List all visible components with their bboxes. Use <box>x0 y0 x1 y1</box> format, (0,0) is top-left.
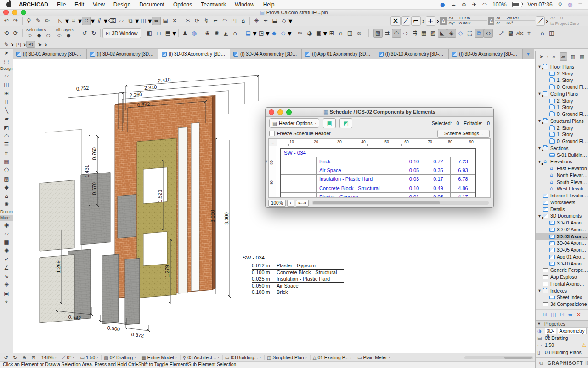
menu-file[interactable]: File <box>57 1 66 8</box>
favorites-button[interactable]: ◫ <box>139 17 148 25</box>
roof-house-button[interactable]: ⌂ <box>538 29 547 38</box>
clip-button[interactable]: ◫ <box>345 29 355 38</box>
tab-3d-01[interactable]: (I) 3D-01 Axonometry [3D-01 Axono... <box>13 49 87 59</box>
fill-diamond-button[interactable]: ◈ <box>447 29 456 38</box>
notification-center-icon[interactable]: ≡ <box>578 1 582 8</box>
render-shadow-button[interactable]: ◭ <box>221 29 231 38</box>
toolbox-more-label[interactable]: More <box>0 215 13 221</box>
tab-3d-10[interactable]: (I) 3D-10 Axonometry [3D-10 Axono... <box>375 49 449 59</box>
measure-button[interactable]: ⇔ <box>152 17 161 25</box>
graphisoft-id[interactable]: ID <box>585 360 588 366</box>
fill-outline-button[interactable]: ◇ <box>456 29 465 38</box>
selection-ellipse-icon[interactable]: ⬭ <box>25 32 34 39</box>
lamp-tool[interactable]: ✺ <box>1 200 12 209</box>
tree-item[interactable]: App 01 Axonometry <box>536 253 588 260</box>
cutting-planes-button[interactable]: ◧ <box>145 29 154 38</box>
save-view-button[interactable]: ◫ <box>551 311 556 318</box>
menu-options[interactable]: Options <box>173 1 192 8</box>
grid-tool[interactable]: ▦ <box>1 238 12 247</box>
menu-edit[interactable]: Edit <box>74 1 84 8</box>
toolbox-design-label[interactable]: Design <box>0 66 13 72</box>
redo-view-button[interactable]: ↻ <box>89 29 98 38</box>
dz-value[interactable]: 0 <box>560 16 563 21</box>
table-row[interactable]: Air Space0.050.356.93 <box>281 166 475 175</box>
axonometry-button[interactable]: ⬒ <box>164 29 173 38</box>
fill-hatch2-button[interactable]: ▨ <box>429 29 438 38</box>
scroll-thumb[interactable] <box>504 356 532 359</box>
figure-tool[interactable]: ▣ <box>1 289 12 298</box>
orbit-mode-button[interactable]: ◍ <box>190 29 199 38</box>
zone-tool[interactable]: ⬠ <box>1 166 12 175</box>
tree-item[interactable]: 2. Story <box>536 70 588 77</box>
tree-item[interactable]: 3D-04 Axonometry <box>536 240 588 247</box>
scroll-thumb[interactable] <box>313 201 440 204</box>
navigator-pin-icon[interactable]: ➤ <box>537 52 545 61</box>
redo-button[interactable]: ↷ <box>11 17 20 25</box>
material-button[interactable]: ◆ <box>270 29 279 38</box>
scale-control[interactable]: ▭1:50› <box>78 355 101 360</box>
tree-item[interactable]: 0. Ground Floor <box>536 111 588 118</box>
dy-value[interactable]: 23497 <box>458 21 470 26</box>
parameter-transfer-button[interactable]: ✒ <box>261 17 270 25</box>
tab-3d-04[interactable]: (I) 3D-04 Axonometry [3D-04 Axon... <box>230 49 302 59</box>
wall-end-tool[interactable]: ▱ <box>1 229 12 238</box>
fit-in-window-button[interactable]: ⊡ <box>29 355 38 360</box>
table-row[interactable]: Plaster - Gypsum0.010.054.17 <box>281 193 475 198</box>
status-dot-icon[interactable]: ● <box>440 1 445 8</box>
wifi-icon[interactable]: ◠ <box>482 1 486 8</box>
view-map-tab[interactable]: ▱ <box>560 52 567 61</box>
link-button[interactable]: ∞ <box>355 29 364 38</box>
morph-tool[interactable]: ◆ <box>1 183 12 192</box>
undo-button[interactable]: ↶ <box>2 17 11 25</box>
property-penset-row[interactable]: ▯ 03 Building Plans <box>536 349 588 356</box>
wall-tool[interactable]: ▱ <box>1 72 12 80</box>
schedule-window[interactable]: ▦Schedule / ICS-02 Components by Element… <box>265 107 494 208</box>
menu-teamwork[interactable]: Teamwork <box>201 1 226 8</box>
tree-item[interactable]: 0. Ground Floor <box>536 84 588 91</box>
fill-dome-button[interactable]: ◠ <box>392 29 401 38</box>
tree-item[interactable]: 0. Ground Floor <box>536 138 588 145</box>
delete-view-button[interactable]: ✕ <box>577 311 581 318</box>
explore-button[interactable]: ⟳ <box>11 29 20 38</box>
tree-item-details[interactable]: Details <box>536 206 588 213</box>
inject-parameters-button[interactable]: ✏ <box>43 17 52 25</box>
menu-help[interactable]: Help <box>263 1 275 8</box>
rotate-button[interactable]: ⟳ <box>192 17 202 25</box>
cursor-mode-button[interactable]: ➤ <box>35 41 45 48</box>
layers-ellipse-icon[interactable]: ⬭ <box>55 32 64 39</box>
schedule-horizontal-scrollbar[interactable] <box>312 201 489 205</box>
fill-corner-button[interactable]: ▧ <box>373 29 383 38</box>
view-id-field[interactable]: 3D-0 <box>545 328 556 334</box>
tab-app-01[interactable]: (I) App 01 Axonometry [3D-09 Axon... <box>302 49 375 59</box>
intersect-button[interactable]: ⌐ <box>211 17 220 25</box>
table-row[interactable]: Brick0.100.727.23 <box>281 157 475 166</box>
dr-value[interactable]: 26029 <box>506 16 518 21</box>
dimension-style-control[interactable]: ▭Plain Meter› <box>355 355 392 360</box>
table-row[interactable]: Insulation - Plastic Hard0.030.176.78 <box>281 175 475 184</box>
hotspot-tool[interactable]: ✳ <box>1 281 12 289</box>
railing-tool[interactable]: ⌗ <box>1 149 12 158</box>
menu-view[interactable]: View <box>93 1 105 8</box>
pick-up-parameters-button[interactable]: ✎ <box>34 17 43 25</box>
trace-reference-button[interactable]: ▱ <box>117 17 126 25</box>
relative-coords-icon[interactable]: ⟋ <box>401 16 410 26</box>
canvas-horizontal-scrollbar[interactable] <box>464 356 533 359</box>
split-button[interactable]: ✂ <box>183 17 192 25</box>
tree-item-app-esploso[interactable]: App Esploso <box>536 274 588 281</box>
marquee-options-button[interactable]: ◳ <box>257 29 266 38</box>
door-tool[interactable]: ◫ <box>1 80 12 89</box>
slab-tool[interactable]: ▰ <box>1 115 12 123</box>
eraser-button[interactable]: ⌫ <box>107 17 117 25</box>
tree-group-floor-plans[interactable]: Floor Plans <box>536 63 588 70</box>
tree-item[interactable]: East Elevation <box>536 165 588 172</box>
level-dimension-tool[interactable]: ◉ <box>1 221 12 230</box>
tab-3d-03[interactable]: (I) 3D-03 Axonometry [3D-03 Axon... <box>158 49 230 59</box>
pen-set-control[interactable]: ▭03 Building...› <box>222 355 263 360</box>
tree-item-interior-elevations[interactable]: Interior Elevations <box>536 192 588 199</box>
orientation-control[interactable]: ⟋0°› <box>60 355 77 360</box>
tree-item[interactable]: 1. Story <box>536 132 588 138</box>
options-button[interactable]: ◇ <box>279 17 288 25</box>
tree-group-indexes[interactable]: Indexes <box>536 288 588 294</box>
camera-button[interactable]: ▣ <box>314 29 323 38</box>
schedule-table[interactable]: SW - 034 Brick0.100.727.23 Air Space0.05… <box>280 148 476 198</box>
